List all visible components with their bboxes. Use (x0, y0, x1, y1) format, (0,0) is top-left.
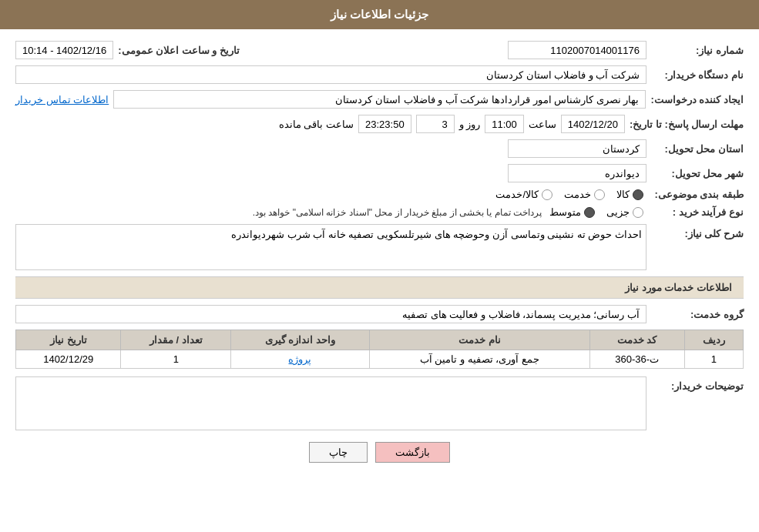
category-label-kala: کالا (616, 189, 630, 200)
category-label-khadamat: خدمت (564, 189, 591, 200)
col-service-code: کد خدمت (589, 330, 684, 350)
print-button[interactable]: چاپ (309, 442, 368, 463)
service-group-value: آب رسانی؛ مدیریت پسماند، فاضلاب و فعالیت… (15, 305, 646, 323)
process-option-1: جزیی (606, 206, 643, 218)
table-row: 1 ت-36-360 جمع آوری، تصفیه و تامین آب پر… (16, 350, 744, 369)
page-title: جزئیات اطلاعات نیاز (331, 8, 428, 21)
cell-row-num: 1 (684, 350, 743, 369)
radio-jozii (633, 207, 643, 218)
creator-label: ایجاد کننده درخواست: (650, 94, 744, 105)
deadline-label: مهلت ارسال پاسخ: تا تاریخ: (630, 119, 744, 130)
col-unit: واحد اندازه گیری (231, 330, 370, 350)
buyer-notes-wrapper: توضیحات خریدار: (15, 376, 744, 430)
service-group-row: گروه خدمت: آب رسانی؛ مدیریت پسماند، فاضل… (15, 305, 744, 323)
announce-label: تاریخ و ساعت اعلان عمومی: (118, 45, 240, 56)
city-row: شهر محل تحویل: دیواندره (15, 164, 744, 182)
deadline-remaining-label: ساعت باقی مانده (279, 119, 354, 130)
need-description-wrapper: شرح کلی نیاز: احداث حوض ته نشینی وتماسی … (15, 224, 744, 270)
process-note: پرداخت تمام یا بخشی از مبلغ خریدار از مح… (253, 207, 542, 218)
process-label-motavaset: متوسط (549, 206, 581, 218)
deadline-day-label: روز و (459, 119, 481, 130)
buttons-row: بازگشت چاپ (15, 442, 744, 478)
service-group-label: گروه خدمت: (651, 309, 744, 320)
creator-contact-link[interactable]: اطلاعات تماس خریدار (15, 94, 109, 105)
deadline-date-value: 1402/12/20 (561, 115, 625, 133)
buyer-notes-textarea[interactable] (15, 376, 646, 430)
creator-value: بهار نصری کارشناس امور قراردادها شرکت آب… (113, 90, 646, 109)
need-description-textarea[interactable]: احداث حوض ته نشینی وتماسی آزن وحوضچه های… (15, 224, 646, 270)
process-row: نوع فرآیند خرید : جزیی متوسط پرداخت تمام… (15, 206, 744, 218)
category-option-3: کالا/خدمت (495, 189, 552, 200)
province-row: استان محل تحویل: کردستان (15, 139, 744, 158)
need-number-value: 1102007014001176 (508, 41, 646, 59)
cell-unit: پروژه (231, 350, 370, 369)
category-row: طبقه بندی موضوعی: کالا خدمت کالا/خدمت (15, 189, 744, 200)
radio-kala-khadamat (542, 189, 552, 200)
city-value: دیواندره (508, 164, 646, 182)
cell-service-name: جمع آوری، تصفیه و تامین آب (369, 350, 589, 369)
need-number-label: شماره نیاز: (651, 45, 744, 56)
need-description-label: شرح کلی نیاز: (651, 224, 744, 239)
buyer-org-label: نام دستگاه خریدار: (651, 69, 744, 81)
cell-date: 1402/12/29 (16, 350, 121, 369)
category-options: کالا خدمت کالا/خدمت (495, 189, 643, 200)
need-number-row: شماره نیاز: 1102007014001176 تاریخ و ساع… (15, 41, 744, 59)
deadline-remaining-value: 23:23:50 (358, 115, 411, 133)
announce-value: 1402/12/16 - 10:14 (15, 41, 113, 59)
services-section-title: اطلاعات خدمات مورد نیاز (15, 276, 744, 299)
table-header-row: ردیف کد خدمت نام خدمت واحد اندازه گیری ت… (16, 330, 744, 350)
back-button[interactable]: بازگشت (375, 442, 450, 463)
cell-service-code: ت-36-360 (589, 350, 684, 369)
province-label: استان محل تحویل: (651, 143, 744, 155)
deadline-time-label: ساعت (529, 119, 556, 130)
radio-khadamat (594, 189, 605, 200)
radio-motavaset (584, 207, 595, 218)
category-label-both: کالا/خدمت (495, 189, 539, 200)
deadline-row: مهلت ارسال پاسخ: تا تاریخ: 1402/12/20 سا… (15, 115, 744, 133)
cell-quantity: 1 (121, 350, 231, 369)
process-options: جزیی متوسط (549, 206, 643, 218)
col-date: تاریخ نیاز (16, 330, 121, 350)
process-option-2: متوسط (549, 206, 595, 218)
radio-kala (633, 189, 643, 200)
col-row-num: ردیف (684, 330, 743, 350)
process-label: نوع فرآیند خرید : (651, 206, 744, 218)
services-table: ردیف کد خدمت نام خدمت واحد اندازه گیری ت… (15, 330, 744, 369)
buyer-org-row: نام دستگاه خریدار: شرکت آب و فاضلاب استا… (15, 65, 744, 84)
buyer-notes-label: توضیحات خریدار: (651, 376, 744, 392)
col-quantity: تعداد / مقدار (121, 330, 231, 350)
province-value: کردستان (508, 139, 646, 158)
creator-row: ایجاد کننده درخواست: بهار نصری کارشناس ا… (15, 90, 744, 109)
deadline-time-value: 11:00 (485, 115, 524, 133)
deadline-days-value: 3 (416, 115, 455, 133)
city-label: شهر محل تحویل: (651, 168, 744, 179)
category-option-1: کالا (616, 189, 643, 200)
page-header: جزئیات اطلاعات نیاز (0, 0, 759, 29)
process-label-jozii: جزیی (606, 206, 630, 218)
category-label: طبقه بندی موضوعی: (651, 189, 744, 200)
category-option-2: خدمت (564, 189, 605, 200)
buyer-org-value: شرکت آب و فاضلاب استان کردستان (15, 65, 646, 84)
col-service-name: نام خدمت (369, 330, 589, 350)
